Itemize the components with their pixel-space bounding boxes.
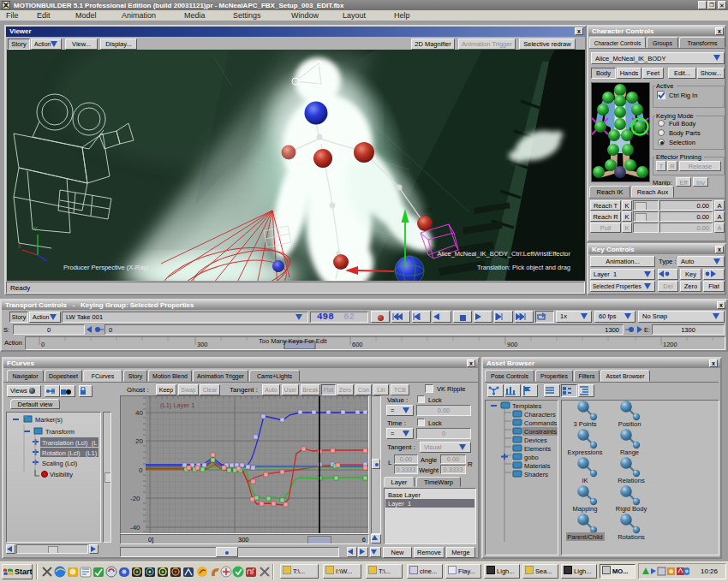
svg-text:Rotations: Rotations: [618, 533, 645, 541]
svg-text:Translation: Pick object and d: Translation: Pick object and drag: [477, 264, 570, 271]
svg-text:Alice_McNeal_IK_BODY_Ctrl:Left: Alice_McNeal_IK_BODY_Ctrl:LeftWristEffec…: [437, 250, 570, 258]
svg-text:Rigid Body: Rigid Body: [616, 505, 647, 513]
svg-text:IK: IK: [582, 477, 588, 484]
svg-text:Constraints: Constraints: [524, 428, 557, 436]
svg-text:600: 600: [352, 341, 363, 348]
svg-text:900: 900: [507, 341, 518, 348]
svg-text:40: 40: [135, 409, 143, 417]
svg-text:Parent/Child: Parent/Child: [567, 533, 602, 541]
svg-text:0: 0: [41, 341, 45, 348]
svg-text:Position: Position: [618, 420, 641, 428]
svg-text:gobo: gobo: [524, 454, 539, 461]
svg-text:Characters: Characters: [524, 411, 556, 419]
svg-text:Expressions: Expressions: [568, 448, 603, 456]
svg-text:Marker(s): Marker(s): [35, 416, 63, 424]
svg-text:300: 300: [197, 341, 208, 348]
svg-text:X: X: [17, 243, 21, 249]
svg-text:Relations: Relations: [618, 477, 645, 484]
svg-text:Scaling (Lcl): Scaling (Lcl): [42, 460, 78, 467]
svg-text:Producer Perspective (X-Ray): Producer Perspective (X-Ray): [63, 264, 149, 271]
svg-text:Shaders: Shaders: [524, 471, 548, 478]
svg-text:Elements: Elements: [524, 445, 552, 453]
svg-text:Materials: Materials: [524, 462, 551, 470]
svg-text:3 Points: 3 Points: [573, 420, 596, 428]
svg-text:-40: -40: [130, 524, 140, 532]
svg-text:-20: -20: [130, 495, 140, 502]
svg-text:Rotation (Lcl) (L1): Rotation (Lcl) (L1): [42, 449, 98, 457]
svg-text:(L1) Layer 1: (L1) Layer 1: [160, 401, 194, 409]
svg-text:Range: Range: [620, 448, 639, 456]
svg-text:Y: Y: [33, 226, 38, 232]
svg-text:Devices: Devices: [524, 436, 547, 444]
svg-text:Translation (Lcl) (L: Translation (Lcl) (L: [42, 439, 97, 447]
svg-text:Too Many Keys For Edit: Too Many Keys For Edit: [259, 337, 328, 345]
svg-text:1200: 1200: [663, 341, 677, 348]
svg-text:Mapping: Mapping: [573, 505, 598, 513]
svg-text:0: 0: [139, 466, 143, 474]
svg-text:Transform: Transform: [45, 428, 75, 436]
svg-text:Visibility: Visibility: [50, 471, 73, 478]
svg-text:Commands: Commands: [524, 419, 558, 427]
svg-text:Templates: Templates: [512, 402, 541, 410]
svg-text:20: 20: [135, 437, 143, 445]
